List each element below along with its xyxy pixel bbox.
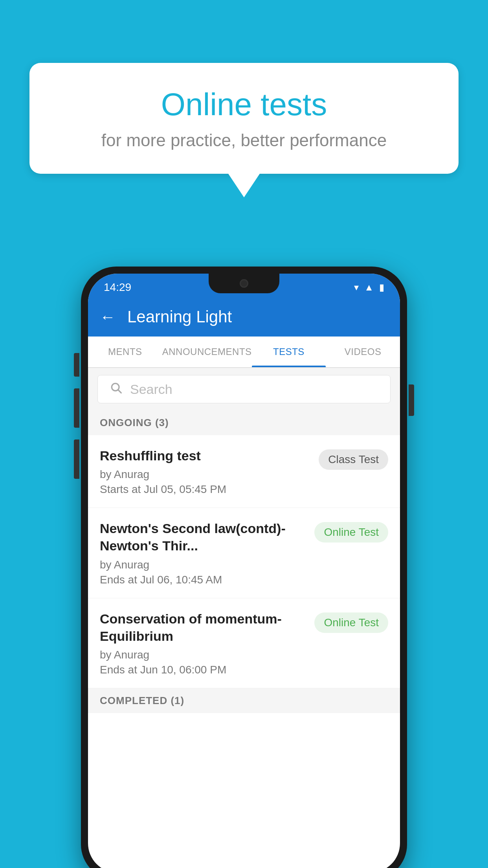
test-item-2[interactable]: Newton's Second law(contd)-Newton's Thir… — [88, 508, 400, 598]
tab-ments[interactable]: MENTS — [88, 337, 162, 367]
tab-announcements[interactable]: ANNOUNCEMENTS — [162, 337, 252, 367]
status-time: 14:29 — [104, 281, 131, 294]
test-badge-2: Online Test — [314, 522, 388, 542]
test-title-1: Reshuffling test — [100, 447, 311, 464]
ongoing-section-header: ONGOING (3) — [88, 410, 400, 435]
front-camera — [240, 279, 248, 288]
speech-bubble-subtitle: for more practice, better performance — [61, 131, 427, 150]
speech-bubble: Online tests for more practice, better p… — [29, 63, 459, 174]
app-header: ← Learning Light — [88, 297, 400, 337]
battery-icon: ▮ — [379, 282, 384, 293]
test-title-2: Newton's Second law(contd)-Newton's Thir… — [100, 520, 306, 554]
status-icons: ▾ ▲ ▮ — [354, 282, 384, 293]
test-date-1: Starts at Jul 05, 05:45 PM — [100, 483, 311, 496]
tab-tests[interactable]: TESTS — [252, 337, 326, 367]
completed-section-header: COMPLETED (1) — [88, 688, 400, 713]
phone-notch — [209, 274, 279, 293]
test-title-3: Conservation of momentum-Equilibrium — [100, 610, 306, 645]
volume-up-button — [74, 388, 79, 428]
tab-videos[interactable]: VIDEOS — [326, 337, 400, 367]
test-date-2: Ends at Jul 06, 10:45 AM — [100, 574, 306, 586]
app-title: Learning Light — [127, 307, 232, 326]
search-placeholder-text: Search — [130, 382, 172, 397]
test-author-3: by Anurag — [100, 649, 306, 661]
test-author-1: by Anurag — [100, 468, 311, 481]
test-info-1: Reshuffling test by Anurag Starts at Jul… — [100, 447, 319, 496]
test-item-1[interactable]: Reshuffling test by Anurag Starts at Jul… — [88, 435, 400, 508]
volume-silent-button — [74, 353, 79, 377]
signal-icon: ▲ — [364, 282, 374, 293]
wifi-icon: ▾ — [354, 282, 359, 293]
test-badge-3: Online Test — [314, 612, 388, 633]
volume-down-button — [74, 440, 79, 479]
tab-bar: MENTS ANNOUNCEMENTS TESTS VIDEOS — [88, 337, 400, 368]
phone-frame: 14:29 ▾ ▲ ▮ ← Learning Light MENTS ANNOU… — [81, 267, 407, 868]
search-input[interactable]: Search — [97, 375, 391, 403]
speech-bubble-section: Online tests for more practice, better p… — [29, 63, 459, 197]
svg-line-1 — [118, 390, 121, 393]
speech-bubble-title: Online tests — [61, 86, 427, 123]
test-date-3: Ends at Jun 10, 06:00 PM — [100, 664, 306, 676]
back-button[interactable]: ← — [100, 308, 116, 326]
test-list: Reshuffling test by Anurag Starts at Jul… — [88, 435, 400, 688]
search-container: Search — [88, 368, 400, 410]
phone-screen: 14:29 ▾ ▲ ▮ ← Learning Light MENTS ANNOU… — [88, 274, 400, 868]
test-item-3[interactable]: Conservation of momentum-Equilibrium by … — [88, 598, 400, 688]
speech-bubble-arrow — [228, 174, 260, 197]
test-info-2: Newton's Second law(contd)-Newton's Thir… — [100, 520, 314, 586]
test-author-2: by Anurag — [100, 559, 306, 571]
test-badge-1: Class Test — [319, 449, 388, 470]
search-icon — [110, 381, 122, 397]
test-info-3: Conservation of momentum-Equilibrium by … — [100, 610, 314, 676]
power-button — [409, 384, 414, 416]
